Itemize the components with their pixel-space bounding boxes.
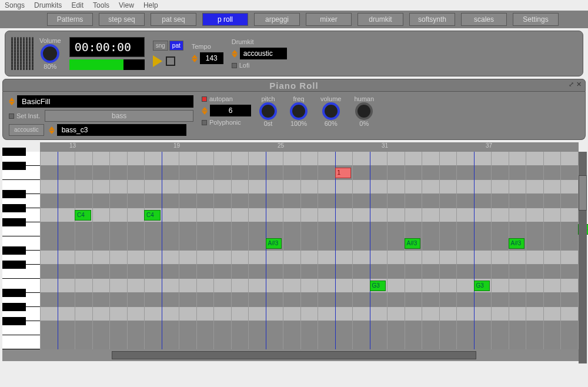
play-icon[interactable] xyxy=(153,55,162,67)
menu-edit[interactable]: Edit xyxy=(71,1,83,9)
steps-spinner[interactable]: 6 xyxy=(202,105,251,116)
ruler: 1319253137 xyxy=(40,142,579,152)
note-grid[interactable]: 1C4C4A#3A#3A#3G3G3B3 xyxy=(40,152,579,349)
menu-tools[interactable]: Tools xyxy=(93,1,109,9)
drumkit-col: Drumkit accoustic Lofi xyxy=(232,38,287,69)
tab-step-seq[interactable]: step seq xyxy=(99,13,145,26)
polyphonic-checkbox[interactable]: Polyphonic xyxy=(202,119,251,126)
chevron-down-icon[interactable] xyxy=(202,111,208,115)
song-progress[interactable] xyxy=(69,59,145,70)
chevron-down-icon[interactable] xyxy=(192,59,198,62)
tab-pat-seq[interactable]: pat seq xyxy=(151,13,196,26)
window-title: Piano Roll xyxy=(269,81,318,91)
ruler-mark: 19 xyxy=(173,142,180,149)
note[interactable]: A#3 xyxy=(405,238,421,249)
chevron-down-icon[interactable] xyxy=(9,102,15,105)
chevron-up-icon[interactable] xyxy=(232,50,238,54)
menu-view[interactable]: View xyxy=(119,1,134,9)
track-field[interactable]: bass xyxy=(45,110,193,122)
ruler-mark: 25 xyxy=(278,142,284,149)
ruler-mark: 31 xyxy=(382,142,388,149)
maximize-icon[interactable]: ⤢ xyxy=(569,81,574,88)
menu-drumkits[interactable]: Drumkits xyxy=(34,1,62,9)
chevron-up-icon[interactable] xyxy=(49,126,55,130)
piano-roll-panel: BasicFill Set Inst. bass accoustic bass_… xyxy=(2,92,586,140)
tab-p-roll[interactable]: p roll xyxy=(202,13,248,26)
tab-Settings[interactable]: Settings xyxy=(513,13,559,26)
chevron-up-icon[interactable] xyxy=(9,98,15,101)
steps-value[interactable]: 6 xyxy=(210,105,251,116)
pat-button[interactable]: pat xyxy=(169,41,183,51)
sng-pat-toggle[interactable]: sng pat xyxy=(153,41,183,51)
chevron-down-icon[interactable] xyxy=(232,54,238,58)
tempo-value[interactable]: 143 xyxy=(200,52,223,64)
sng-pat-col: sng pat xyxy=(153,41,183,67)
volume-value: 80% xyxy=(39,63,61,70)
menu-help[interactable]: Help xyxy=(143,1,158,9)
menu-songs[interactable]: Songs xyxy=(5,1,25,9)
window-titlebar: Piano Roll ⤢ ✕ xyxy=(2,79,586,92)
freq-knob[interactable] xyxy=(290,102,308,120)
piano-roll: 1319253137 1C4C4A#3A#3A#3G3G3B3 xyxy=(2,142,586,349)
note[interactable]: G3 xyxy=(474,281,490,291)
tempo-label: Tempo xyxy=(192,43,223,50)
autopan-checkbox[interactable]: autopan xyxy=(202,95,251,102)
pattern-spinner[interactable]: BasicFill xyxy=(9,95,193,108)
tempo-col: Tempo 143 xyxy=(192,43,223,64)
close-icon[interactable]: ✕ xyxy=(576,81,582,88)
volume-label: Volume xyxy=(39,37,61,44)
tab-mixer[interactable]: mixer xyxy=(306,13,352,26)
toolbar: Patternsstep seqpat seqp rollarpeggimixe… xyxy=(0,11,588,28)
chevron-up-icon[interactable] xyxy=(192,55,198,58)
chevron-up-icon[interactable] xyxy=(202,107,208,111)
sample-select[interactable]: bass_c3 xyxy=(57,124,186,136)
ruler-mark: 13 xyxy=(69,142,76,149)
hscroll-zone xyxy=(2,349,586,361)
drumkit-label: Drumkit xyxy=(232,38,287,45)
note[interactable]: A#3 xyxy=(266,238,282,249)
tab-drumkit[interactable]: drumkit xyxy=(358,13,403,26)
pattern-select[interactable]: BasicFill xyxy=(17,95,193,108)
kit-button[interactable]: accoustic xyxy=(9,124,44,136)
volume-knob[interactable] xyxy=(41,44,59,63)
menubar: Songs Drumkits Edit Tools View Help xyxy=(0,0,588,11)
horizontal-scrollbar[interactable] xyxy=(112,351,476,359)
note[interactable]: A#3 xyxy=(509,238,525,249)
note[interactable]: C4 xyxy=(75,210,91,221)
tab-arpeggi[interactable]: arpeggi xyxy=(254,13,300,26)
lofi-checkbox[interactable]: Lofi xyxy=(232,62,287,69)
pitch-knob[interactable] xyxy=(259,102,277,120)
vu-meter xyxy=(11,37,31,70)
time-col: 00:00:00 xyxy=(69,37,145,70)
vertical-scrollbar[interactable] xyxy=(579,152,587,363)
piano-keys[interactable] xyxy=(2,152,40,349)
time-display: 00:00:00 xyxy=(69,37,145,57)
drumkit-value[interactable]: accoustic xyxy=(240,48,287,59)
note[interactable]: C4 xyxy=(144,210,161,221)
transport-panel: Volume 80% 00:00:00 sng pat Tempo 143 Dr… xyxy=(5,31,583,76)
sng-button[interactable]: sng xyxy=(153,41,168,51)
knob-row: pitch0st freq100% volume60% human0% xyxy=(259,95,374,127)
tab-scales[interactable]: scales xyxy=(461,13,507,26)
volume-knob-wrap: Volume 80% xyxy=(39,37,61,70)
drumkit-spinner[interactable]: accoustic xyxy=(232,48,287,59)
tab-softsynth[interactable]: softsynth xyxy=(409,13,455,26)
tempo-spinner[interactable]: 143 xyxy=(192,52,223,64)
ruler-mark: 37 xyxy=(486,142,492,149)
volume-knob[interactable] xyxy=(322,102,340,120)
chevron-down-icon[interactable] xyxy=(49,131,55,134)
set-inst-checkbox[interactable]: Set Inst. xyxy=(9,112,40,119)
stop-icon[interactable] xyxy=(166,56,175,66)
sample-spinner[interactable]: bass_c3 xyxy=(49,124,186,136)
human-knob[interactable] xyxy=(355,102,373,120)
tab-Patterns[interactable]: Patterns xyxy=(47,13,93,26)
note[interactable]: 1 xyxy=(335,168,352,178)
note[interactable]: G3 xyxy=(370,281,386,291)
